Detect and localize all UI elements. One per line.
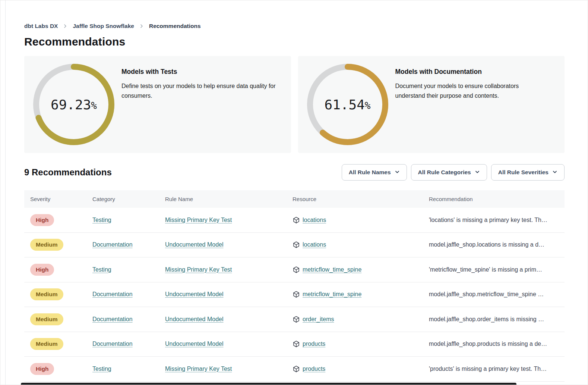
recommendation-text: model.jaffle_shop.metricflow_time_spine …	[429, 291, 544, 298]
model-cube-icon	[293, 216, 300, 224]
recommendations-count: 9 Recommendations	[24, 167, 112, 178]
rule-categories-filter-dropdown[interactable]: All Rule Categories	[411, 164, 487, 181]
column-header-category: Category	[92, 196, 165, 202]
resource-link[interactable]: locations	[303, 241, 326, 248]
recommendations-table: Severity Category Rule Name Resource Rec…	[24, 190, 565, 382]
severity-badge: High	[30, 363, 54, 375]
table-body: HighTestingMissing Primary Key Testlocat…	[24, 208, 565, 382]
rule-name-link[interactable]: Missing Primary Key Test	[165, 217, 232, 223]
model-cube-icon	[293, 365, 300, 373]
category-link[interactable]: Documentation	[92, 241, 133, 248]
horizontal-scrollbar-thumb[interactable]	[21, 383, 516, 385]
docs-percent-value: 61.54%	[307, 64, 388, 145]
docs-card-title: Models with Documentation	[395, 68, 543, 76]
table-row: HighTestingMissing Primary Key Testmetri…	[24, 257, 565, 282]
severity-badge: Medium	[30, 313, 63, 325]
table-row: HighTestingMissing Primary Key Testlocat…	[24, 208, 565, 233]
rule-names-filter-label: All Rule Names	[349, 169, 391, 176]
page-title: Recommendations	[24, 35, 565, 48]
main-content: dbt Labs DX Jaffle Shop Snowflake Recomm…	[24, 0, 565, 382]
recommendation-text: model.jaffle_shop.locations is missing a…	[429, 241, 544, 248]
severity-badge: High	[30, 264, 54, 276]
chevron-right-icon	[139, 24, 144, 28]
category-link[interactable]: Documentation	[92, 291, 133, 298]
tests-card-text: Models with Tests Define tests on your m…	[121, 64, 284, 101]
recommendation-text: 'locations' is missing a primary key tes…	[429, 217, 547, 223]
rule-name-link[interactable]: Undocumented Model	[165, 341, 224, 347]
card-models-with-documentation: 61.54% Models with Documentation Documen…	[298, 56, 565, 153]
category-link[interactable]: Documentation	[92, 341, 133, 347]
filter-group: All Rule Names All Rule Categories All R…	[342, 164, 565, 181]
severity-badge: Medium	[30, 288, 63, 300]
table-header-row: Severity Category Rule Name Resource Rec…	[24, 190, 565, 208]
app-viewport: dbt Labs DX Jaffle Shop Snowflake Recomm…	[0, 0, 588, 385]
category-link[interactable]: Testing	[92, 266, 111, 273]
table-row: MediumDocumentationUndocumented Modelmet…	[24, 282, 565, 307]
recommendation-text: 'metricflow_time_spine' is missing a pri…	[429, 266, 542, 273]
column-header-recommendation: Recommendation	[429, 196, 565, 202]
model-cube-icon	[293, 340, 300, 348]
rule-name-link[interactable]: Missing Primary Key Test	[165, 366, 232, 372]
model-cube-icon	[293, 316, 300, 323]
severity-badge: Medium	[30, 239, 63, 251]
table-row: MediumDocumentationUndocumented Modelpro…	[24, 332, 565, 357]
rule-name-link[interactable]: Undocumented Model	[165, 291, 224, 298]
recommendation-text: 'products' is missing a primary key test…	[429, 366, 547, 372]
column-header-rule-name: Rule Name	[165, 196, 293, 202]
summary-cards: 69.23% Models with Tests Define tests on…	[24, 56, 565, 153]
resource-link[interactable]: metricflow_time_spine	[303, 266, 361, 273]
docs-card-text: Models with Documentation Document your …	[395, 64, 543, 101]
rule-name-link[interactable]: Missing Primary Key Test	[165, 266, 232, 273]
severity-badge: Medium	[30, 338, 63, 350]
table-row: MediumDocumentationUndocumented Modelloc…	[24, 233, 565, 258]
severity-badge: High	[30, 214, 54, 226]
docs-card-description: Document your models to ensure collabora…	[395, 81, 543, 101]
table-row: HighTestingMissing Primary Key Testprodu…	[24, 357, 565, 382]
chevron-down-icon	[395, 169, 400, 176]
rule-severities-filter-label: All Rule Severities	[498, 169, 549, 176]
rule-severities-filter-dropdown[interactable]: All Rule Severities	[491, 164, 565, 181]
recommendation-text: model.jaffle_shop.order_items is missing…	[429, 316, 544, 323]
tests-card-title: Models with Tests	[121, 68, 284, 76]
sidebar-divider	[5, 0, 6, 385]
rule-names-filter-dropdown[interactable]: All Rule Names	[342, 164, 407, 181]
rule-categories-filter-label: All Rule Categories	[418, 169, 471, 176]
category-link[interactable]: Documentation	[92, 316, 133, 323]
table-row: MediumDocumentationUndocumented Modelord…	[24, 307, 565, 332]
resource-link[interactable]: products	[303, 366, 325, 372]
model-cube-icon	[293, 241, 300, 248]
column-header-resource: Resource	[293, 196, 429, 202]
category-link[interactable]: Testing	[92, 217, 111, 223]
resource-link[interactable]: products	[303, 341, 325, 347]
chevron-right-icon	[63, 24, 67, 28]
breadcrumb-project-link[interactable]: Jaffle Shop Snowflake	[73, 23, 134, 29]
column-header-severity: Severity	[24, 196, 92, 202]
chevron-down-icon	[552, 169, 557, 176]
model-cube-icon	[293, 291, 300, 298]
chevron-down-icon	[475, 169, 480, 176]
breadcrumb: dbt Labs DX Jaffle Shop Snowflake Recomm…	[24, 23, 565, 29]
resource-link[interactable]: locations	[303, 217, 326, 223]
card-models-with-tests: 69.23% Models with Tests Define tests on…	[24, 56, 291, 153]
resource-link[interactable]: order_items	[303, 316, 334, 323]
category-link[interactable]: Testing	[92, 366, 111, 372]
tests-card-description: Define tests on your models to help ensu…	[121, 81, 284, 101]
rule-name-link[interactable]: Undocumented Model	[165, 241, 224, 248]
resource-link[interactable]: metricflow_time_spine	[303, 291, 361, 298]
breadcrumb-current-page: Recommendations	[149, 23, 201, 29]
tests-donut-chart: 69.23%	[33, 64, 114, 145]
tests-percent-value: 69.23%	[33, 64, 114, 145]
list-toolbar: 9 Recommendations All Rule Names All Rul…	[24, 164, 565, 181]
model-cube-icon	[293, 266, 300, 273]
rule-name-link[interactable]: Undocumented Model	[165, 316, 224, 323]
recommendation-text: model.jaffle_shop.products is missing a …	[429, 341, 547, 347]
docs-donut-chart: 61.54%	[307, 64, 388, 145]
breadcrumb-account-link[interactable]: dbt Labs DX	[24, 23, 58, 29]
